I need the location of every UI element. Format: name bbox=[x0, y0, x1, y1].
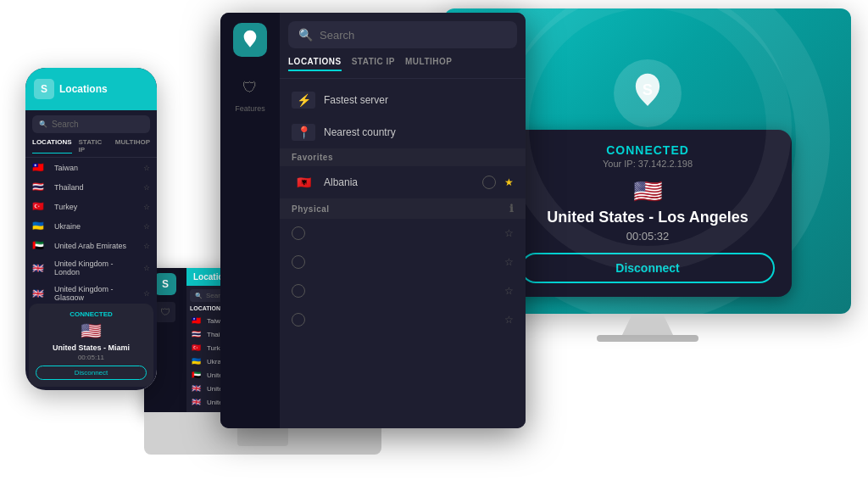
select-circle-icon bbox=[482, 176, 496, 189]
phone-logo: S bbox=[34, 79, 54, 99]
phone-search-placeholder: Search bbox=[52, 120, 79, 129]
lightning-icon: ⚡ bbox=[292, 92, 315, 109]
phone-search-bar[interactable]: 🔍 Search bbox=[32, 115, 150, 133]
physical-item-3[interactable]: ☆ bbox=[280, 276, 526, 305]
phone-loc-turkey[interactable]: 🇹🇷 Turkey ☆ bbox=[25, 197, 157, 216]
select-circle-2 bbox=[292, 255, 305, 269]
phone-disconnect-button[interactable]: Disconnect bbox=[36, 366, 147, 380]
tab-locations[interactable]: LOCATIONS bbox=[288, 57, 342, 71]
search-input[interactable] bbox=[320, 29, 507, 42]
phone-tab-static-ip[interactable]: Static IP bbox=[79, 138, 108, 153]
favorites-section-header: Favorites bbox=[280, 148, 526, 166]
tv-timer: 00:05:32 bbox=[520, 230, 775, 243]
phone-timer: 00:05:11 bbox=[36, 354, 147, 361]
search-icon: 🔍 bbox=[298, 28, 313, 42]
star-icon-1: ☆ bbox=[504, 227, 514, 239]
scene: S CONNECTED Your IP: 37.142.2.198 🇺🇸 Uni… bbox=[0, 0, 868, 480]
tv-base bbox=[597, 335, 698, 342]
albania-star-icon: ★ bbox=[504, 176, 514, 188]
surfshark-logo-icon: S bbox=[626, 72, 669, 114]
phone-loc-uae[interactable]: 🇦🇪 United Arab Emirates ☆ bbox=[25, 236, 157, 255]
physical-item-1[interactable]: ☆ bbox=[280, 219, 526, 248]
physical-item-4[interactable]: ☆ bbox=[280, 305, 526, 334]
star-icon-2: ☆ bbox=[504, 256, 514, 268]
tv-ip: Your IP: 37.142.2.198 bbox=[520, 159, 775, 169]
select-circle-3 bbox=[292, 284, 305, 298]
albania-label: Albania bbox=[324, 176, 474, 188]
phone-body: S Locations 🔍 Search Locations Static IP… bbox=[25, 68, 157, 390]
sidebar-logo: S bbox=[233, 23, 267, 57]
physical-item-2[interactable]: ☆ bbox=[280, 248, 526, 276]
phone-location-list: 🇹🇼 Taiwan ☆ 🇹🇭 Thailand ☆ 🇹🇷 Turkey ☆ bbox=[25, 158, 157, 300]
sidebar-brand-icon: S bbox=[240, 30, 260, 50]
tv-connected-card: CONNECTED Your IP: 37.142.2.198 🇺🇸 Unite… bbox=[504, 130, 792, 297]
phone-top-bar: S Locations bbox=[25, 68, 157, 110]
physical-section-header: Physical ℹ bbox=[280, 198, 526, 219]
tab-multihop[interactable]: MULTIHOP bbox=[405, 57, 452, 71]
albania-item[interactable]: 🇦🇱 Albania ★ bbox=[280, 166, 526, 198]
phone-tab-multihop[interactable]: MultiHop bbox=[115, 138, 150, 153]
phone-loc-uk-glasgow[interactable]: 🇬🇧 United Kingdom - Glasgow ☆ bbox=[25, 281, 157, 300]
tv-stand bbox=[622, 314, 673, 335]
tv-disconnect-button[interactable]: Disconnect bbox=[520, 253, 775, 283]
select-circle-4 bbox=[292, 313, 305, 327]
phone-search-icon: 🔍 bbox=[39, 120, 47, 128]
phone-bottom-location: United States - Miami bbox=[36, 343, 147, 352]
phone-tab-locations[interactable]: Locations bbox=[32, 138, 72, 153]
svg-text:S: S bbox=[643, 81, 653, 98]
phone-bottom-flag: 🇺🇸 bbox=[36, 321, 147, 341]
phone-loc-thailand[interactable]: 🇹🇭 Thailand ☆ bbox=[25, 177, 157, 197]
phone-screen: S Locations 🔍 Search Locations Static IP… bbox=[25, 68, 157, 390]
phone-title: Locations bbox=[59, 83, 108, 95]
laptop-tab-locations[interactable]: Locations bbox=[190, 305, 225, 311]
fastest-server-label: Fastest server bbox=[324, 94, 514, 106]
pin-icon: 📍 bbox=[292, 124, 315, 141]
select-circle-1 bbox=[292, 226, 305, 240]
app-main-content: 🔍 LOCATIONS STATIC IP MULTIHOP ⚡ Fastest… bbox=[280, 13, 526, 428]
phone-tabs: Locations Static IP MultiHop bbox=[25, 138, 157, 158]
nearest-country-label: Nearest country bbox=[324, 126, 514, 138]
tv-logo: S bbox=[614, 59, 682, 127]
albania-flag: 🇦🇱 bbox=[292, 174, 315, 191]
phone-device: S Locations 🔍 Search Locations Static IP… bbox=[25, 68, 157, 390]
sidebar-item-features[interactable]: 🛡 Features bbox=[235, 74, 265, 113]
app-sidebar: S 🛡 Features bbox=[220, 13, 280, 428]
phone-loc-uk-london[interactable]: 🇬🇧 United Kingdom - London ☆ bbox=[25, 255, 157, 281]
tab-static-ip[interactable]: STATIC IP bbox=[352, 57, 395, 71]
laptop-logo: S bbox=[154, 273, 176, 295]
nearest-country-item[interactable]: 📍 Nearest country bbox=[280, 116, 526, 148]
phone-loc-taiwan[interactable]: 🇹🇼 Taiwan ☆ bbox=[25, 158, 157, 177]
phone-loc-ukraine[interactable]: 🇺🇦 Ukraine ☆ bbox=[25, 216, 157, 236]
physical-info-icon: ℹ bbox=[509, 203, 515, 215]
shield-icon: 🛡 bbox=[236, 74, 264, 101]
search-bar[interactable]: 🔍 bbox=[288, 21, 517, 48]
tv-connected-label: CONNECTED bbox=[520, 143, 775, 157]
phone-bottom-card: CONNECTED 🇺🇸 United States - Miami 00:05… bbox=[29, 304, 153, 387]
laptop-search-icon: 🔍 bbox=[195, 293, 203, 299]
star-icon-3: ☆ bbox=[504, 285, 514, 297]
location-list: ⚡ Fastest server 📍 Nearest country Favor… bbox=[280, 79, 526, 428]
tv-location: United States - Los Angeles bbox=[520, 209, 775, 226]
fastest-server-item[interactable]: ⚡ Fastest server bbox=[280, 84, 526, 116]
desktop-app: S 🛡 Features 🔍 LOCATIONS STATIC IP MULTI… bbox=[220, 13, 526, 428]
tv-flag: 🇺🇸 bbox=[520, 177, 775, 205]
svg-text:S: S bbox=[248, 34, 253, 42]
laptop-nav-shield[interactable]: 🛡 bbox=[155, 302, 175, 322]
star-icon-4: ☆ bbox=[504, 314, 514, 326]
tabs-row: LOCATIONS STATIC IP MULTIHOP bbox=[280, 57, 526, 79]
phone-connected-label: CONNECTED bbox=[36, 310, 147, 318]
sidebar-features-label: Features bbox=[235, 104, 265, 113]
